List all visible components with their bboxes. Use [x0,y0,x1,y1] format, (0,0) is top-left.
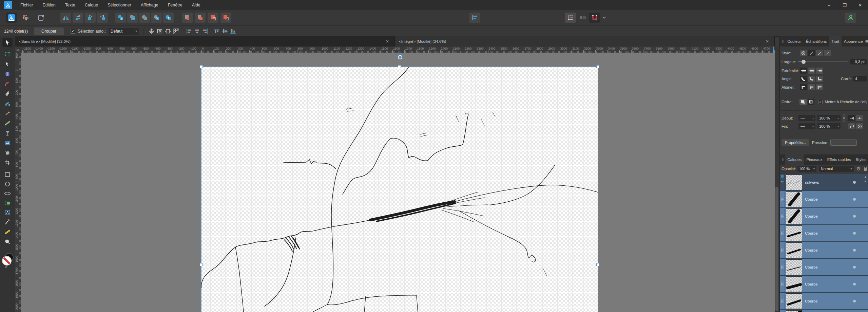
tab-close-icon[interactable]: ✕ [384,39,390,44]
layers-scroll-thumb[interactable] [865,181,866,182]
stroke-behind-button[interactable] [799,99,807,105]
selection-handle-top-center[interactable] [398,65,401,68]
zoom-tool[interactable] [2,237,13,246]
stroke-none-button[interactable] [800,50,807,56]
blend-mode-dropdown[interactable]: Normal▾ [819,166,854,172]
layer-name[interactable]: Courbe [805,231,818,235]
boolean-combine-button[interactable] [163,13,174,23]
close-button[interactable]: ✕ [852,0,868,10]
export-persona-button[interactable] [36,13,47,23]
width-slider-thumb[interactable] [802,60,806,64]
panel-tab[interactable]: Échantillons [803,36,829,47]
layer-row-curve[interactable]: Courbe [780,191,868,208]
insert-behind-button[interactable] [208,13,218,23]
panel-menu-icon[interactable]: ≡ [865,39,868,44]
menu-item[interactable]: Edition [38,0,60,10]
expand-column[interactable] [780,174,785,191]
end-scale-dropdown[interactable]: 100 %▾ [817,123,841,129]
layer-row-curve[interactable]: Courbe [780,310,868,312]
point-transform-tool[interactable] [2,70,13,78]
rotation-handle[interactable] [398,55,402,59]
layer-name[interactable]: Courbe [805,214,818,218]
tab-close-icon[interactable]: ✕ [764,39,770,44]
snapping-magnet-button[interactable] [589,13,600,23]
layer-thumbnail[interactable] [786,293,802,309]
layer-row-curve[interactable]: Courbe [780,276,868,293]
node-tool[interactable] [2,60,13,69]
horizontal-ruler[interactable]: -1500-1400-1300-1200-1100-1000-900-800-7… [21,47,775,53]
alignment-button[interactable] [469,13,480,23]
layer-thumbnail[interactable] [786,259,802,275]
boolean-add-button[interactable] [115,13,126,23]
stroke-align-inside-button[interactable] [808,84,815,90]
canvas-vertical-scrollbar[interactable] [775,47,779,312]
panel-tab[interactable]: Styles [853,154,868,165]
flip-vertical-button[interactable] [73,13,83,23]
boolean-divide-button[interactable] [151,13,162,23]
auto-select-checkbox[interactable]: ✓ [71,29,75,34]
document-tab[interactable]: <Intégré> [Modifié] (34.6%) ✕ [395,36,775,47]
stroke-front-button[interactable] [808,99,815,105]
panel-tab[interactable]: Effets rapides [825,154,853,165]
text-tool[interactable]: A [2,208,13,217]
menu-item[interactable]: Fichier [16,0,38,10]
fill-swatch-none[interactable] [2,256,12,265]
insert-on-top-button[interactable] [195,13,206,23]
layer-row-curve[interactable]: Courbe [780,259,868,276]
width-value-field[interactable]: 0,3 pt [850,59,867,65]
lock-icon[interactable] [864,168,867,171]
swap-arrowheads-icon[interactable] [848,123,855,129]
align-middle-v-icon[interactable] [221,27,229,35]
cap-butt-button[interactable] [816,68,823,74]
transparency-tool[interactable] [2,129,13,137]
scrollbar-thumb[interactable] [775,187,778,311]
arrow-shape-tool[interactable] [2,189,13,198]
align-top-icon[interactable] [213,27,221,35]
join-round-button[interactable] [800,76,807,82]
align-center-h-icon[interactable] [193,27,201,35]
menu-item[interactable]: Fenêtre [163,0,187,10]
pixel-persona-button[interactable] [20,13,31,23]
end-arrowhead-dropdown[interactable]: ▾ [798,123,815,129]
miter-value-field[interactable]: 4 [853,76,867,81]
layer-row-railways[interactable]: railways [780,174,868,191]
layer-name[interactable]: Courbe [805,299,818,303]
corner-tool[interactable] [2,79,13,88]
panel-drag-handle[interactable]: ‖ [780,158,785,162]
layer-thumbnail[interactable] [786,310,802,312]
layer-visibility-dot[interactable] [853,181,856,184]
cap-square-button[interactable] [808,68,815,74]
join-miter-button[interactable] [816,76,823,82]
layer-name[interactable]: Courbe [805,265,818,269]
layer-visibility-dot[interactable] [853,198,856,201]
panel-tab[interactable]: Pinceaux [804,154,825,165]
stroke-brush-button[interactable] [824,50,831,56]
panel-tab[interactable]: Trait [829,36,842,47]
layer-thumbnail[interactable] [786,242,802,258]
stroke-dash-button[interactable] [816,50,823,56]
group-button[interactable]: Grouper [34,27,64,35]
stroke-solid-button[interactable] [808,50,815,56]
minimize-button[interactable]: – [821,0,837,10]
layer-thumbnail[interactable] [786,225,802,241]
fill-stroke-wells[interactable]: ↺ [2,253,13,267]
layer-row-curve[interactable]: Courbe [780,242,868,259]
cycle-selection-box-icon[interactable] [156,27,164,35]
snapping-grid-button[interactable] [565,13,576,23]
panel-tab[interactable]: Apparence [842,36,865,47]
layer-thumbnail[interactable] [786,276,802,292]
layer-visibility-dot[interactable] [853,215,856,218]
reset-arrowheads-icon[interactable] [856,123,863,129]
panel-tab[interactable]: Calques [785,154,804,165]
layer-thumbnail[interactable] [786,191,802,207]
selection-handle-mid-left[interactable] [200,263,203,266]
crop-tool[interactable] [2,158,13,167]
stroke-align-center-button[interactable] [800,84,807,90]
restore-button[interactable]: ❐ [837,0,852,10]
blend-options-gear-icon[interactable]: ⚙ [856,166,861,171]
menu-item[interactable]: Aide [187,0,205,10]
insert-inside-button[interactable] [182,13,193,23]
pressure-profile-field[interactable] [830,140,857,146]
rotate-ccw-button[interactable] [85,13,96,23]
selection-handle-mid-right[interactable] [596,263,599,266]
